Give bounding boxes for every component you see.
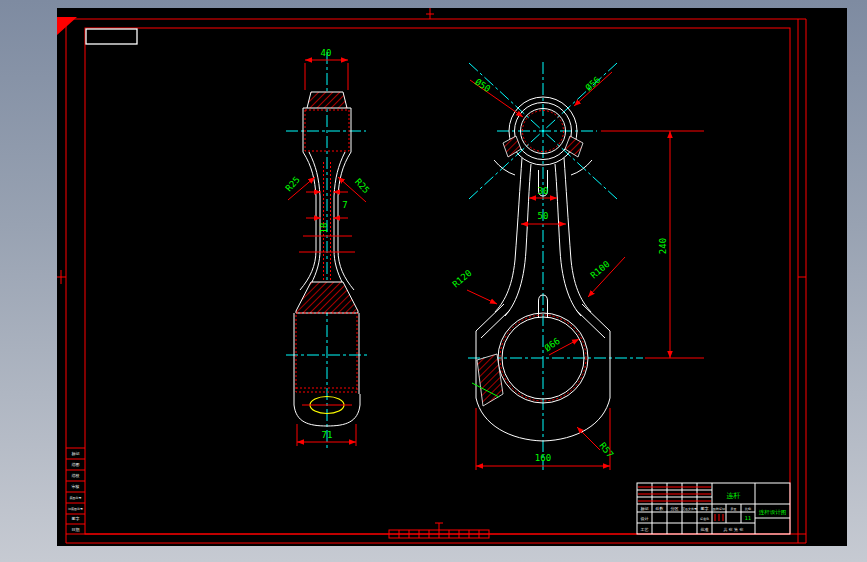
sig-label-standard: 标准化 [699, 517, 709, 521]
info-mass: 质量 [731, 507, 737, 511]
dim-top-width: 40 [321, 48, 332, 58]
info-sheets: 共 张 第 张 [724, 527, 744, 532]
cad-viewer: 标记 描图 描校 审核 底图总号 旧底图总号 签字 日期 40 [0, 0, 867, 562]
sig-label-approve: 批准 [701, 527, 709, 532]
small-end-cap-hatch [307, 92, 347, 108]
part-name: 连杆 [727, 492, 741, 500]
dim-shank-outer: 50 [538, 211, 549, 221]
cad-canvas: 标记 描图 描校 审核 底图总号 旧底图总号 签字 日期 40 [0, 0, 867, 562]
drawing-title: 连杆设计图 [759, 509, 787, 516]
rev-header: 分区 [671, 506, 679, 511]
dim-big-width: 160 [535, 453, 551, 463]
margin-row-label: 日期 [72, 527, 80, 532]
rev-header: 处数 [656, 506, 664, 511]
info-scale: 比例 [745, 507, 751, 511]
margin-row-label: 签字 [72, 516, 80, 521]
info-stage: 阶段标记 [713, 507, 725, 511]
sheet-note: 11 [745, 515, 751, 521]
margin-row-label: 底图总号 [70, 496, 82, 500]
dim-flange: 18 [319, 223, 329, 234]
dim-bottom-width: 71 [322, 430, 333, 440]
sig-label-design: 设计 [641, 516, 649, 521]
margin-row-label: 审核 [72, 484, 80, 489]
margin-row-label: 描图 [72, 462, 80, 467]
dim-center-distance: 240 [658, 238, 668, 254]
dim-web: 7 [342, 200, 347, 210]
margin-row-label: 旧底图总号 [68, 507, 83, 511]
sig-label-process: 工艺 [641, 527, 649, 532]
revision-box [86, 29, 137, 44]
dim-shank-inner: 30 [538, 186, 549, 196]
rev-header: 更改文件号 [682, 507, 697, 511]
margin-row-label: 描校 [72, 473, 80, 478]
drawing-sheet [57, 8, 847, 546]
rev-header: 签字 [701, 506, 709, 511]
